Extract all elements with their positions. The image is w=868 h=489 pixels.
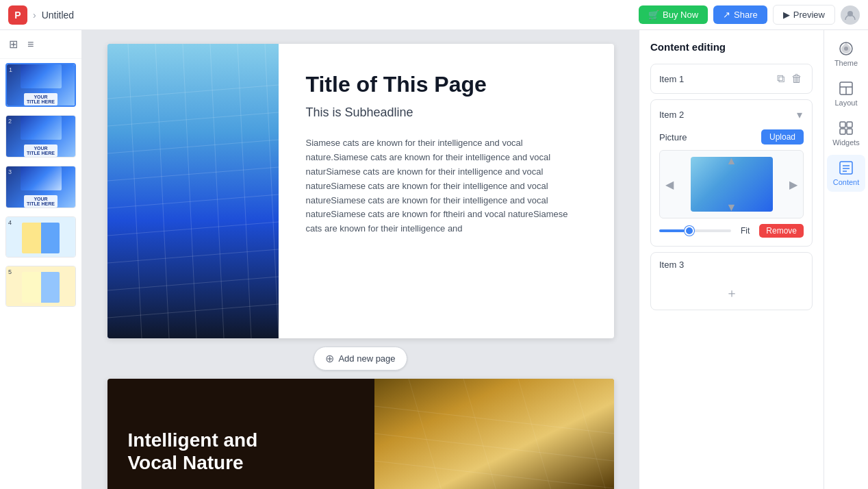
slide-thumb-2[interactable]: 2 YOURTITLE HERE <box>5 115 76 158</box>
image-pan-up-button[interactable]: ▲ <box>726 155 737 167</box>
slide-1-body: Siamese cats are known for their intelli… <box>306 136 587 236</box>
plus-icon: ⊕ <box>325 352 334 365</box>
slide-thumb-1[interactable]: 1 YOURTITLE HERE <box>5 63 76 107</box>
user-avatar[interactable] <box>841 5 860 25</box>
app-logo[interactable]: P <box>8 5 27 25</box>
tool-widgets[interactable]: Widgets <box>827 115 865 152</box>
picture-label: Picture <box>659 132 687 142</box>
list-view-button[interactable]: ≡ <box>25 36 36 53</box>
image-controls: Fit Remove <box>659 224 804 238</box>
building-illustration <box>107 44 279 338</box>
item-2-content: Picture Upload ▲ ◀ ▶ ▼ <box>651 129 812 246</box>
slide-thumb-4[interactable]: 4 <box>5 216 76 258</box>
widgets-label: Widgets <box>832 138 860 147</box>
panel-title: Content editing <box>650 41 813 53</box>
main-layout: ⊞ ≡ 1 YOURTITLE HERE 2 YOURTITLE HERE 3 <box>0 30 868 489</box>
content-item-3-label: Item 3 <box>659 260 684 270</box>
content-item-2-header[interactable]: Item 2 ▾ <box>651 100 812 129</box>
zoom-slider-track[interactable] <box>659 229 731 232</box>
slide-2-left: Intelligent and Vocal Nature <box>107 379 374 489</box>
theme-icon <box>839 41 854 56</box>
layout-label: Layout <box>834 99 857 107</box>
breadcrumb-separator: › <box>33 10 36 21</box>
thumb-title-box-1: YOURTITLE HERE <box>24 93 58 105</box>
svg-rect-30 <box>840 122 845 127</box>
slide-1-title: Title of This Page <box>306 71 587 97</box>
grid-view-button[interactable]: ⊞ <box>7 36 20 53</box>
svg-rect-1 <box>107 44 279 338</box>
document-title: Untitled <box>42 10 74 21</box>
slide-1: Title of This Page This is Subheadline S… <box>107 44 614 338</box>
buy-now-button[interactable]: 🛒 Buy Now <box>639 5 708 24</box>
delete-item-1-button[interactable]: 🗑 <box>790 71 804 86</box>
content-item-1-header[interactable]: Item 1 ⧉ 🗑 <box>651 64 812 93</box>
content-item-2: Item 2 ▾ Picture Upload ▲ ◀ ▶ <box>650 99 813 247</box>
item-1-actions: ⧉ 🗑 <box>776 71 804 86</box>
theme-label: Theme <box>834 59 858 67</box>
slide-1-content: Title of This Page This is Subheadline S… <box>279 44 614 338</box>
tools-panel: Theme Layout Widgets <box>824 30 868 489</box>
zoom-slider-thumb[interactable] <box>685 226 694 236</box>
slide-number-3: 3 <box>8 168 12 175</box>
content-item-3: Item 3 ＋ <box>650 252 813 310</box>
image-pan-left-button[interactable]: ◀ <box>665 178 674 191</box>
upload-button[interactable]: Upload <box>761 129 804 145</box>
slide-thumb-5[interactable]: 5 <box>5 266 76 307</box>
content-item-2-label: Item 2 <box>659 110 684 120</box>
slide-2: Intelligent and Vocal Nature <box>107 379 614 489</box>
content-item-1: Item 1 ⧉ 🗑 <box>650 64 813 94</box>
copy-item-1-button[interactable]: ⧉ <box>776 71 786 86</box>
svg-rect-32 <box>840 129 845 134</box>
tool-layout[interactable]: Layout <box>827 75 865 112</box>
content-label: Content <box>833 178 860 186</box>
content-icon <box>839 160 854 175</box>
add-new-page-button[interactable]: ⊕ Add new page <box>314 347 407 371</box>
svg-point-26 <box>844 47 848 51</box>
tool-theme[interactable]: Theme <box>827 36 865 73</box>
fit-button[interactable]: Fit <box>737 224 754 238</box>
item-2-actions: ▾ <box>795 107 804 123</box>
content-item-1-label: Item 1 <box>659 74 684 84</box>
remove-button[interactable]: Remove <box>759 224 804 238</box>
slide-2-title: Intelligent and Vocal Nature <box>128 429 354 475</box>
svg-rect-33 <box>847 129 852 134</box>
content-editing-panel: Content editing Item 1 ⧉ 🗑 Item 2 ▾ <box>639 30 824 489</box>
thumb-title-box-2: YOURTITLE HERE <box>24 145 58 157</box>
slide-2-image <box>374 379 614 489</box>
svg-rect-34 <box>840 162 852 174</box>
layout-icon <box>839 81 854 96</box>
image-editor: ▲ ◀ ▶ ▼ <box>659 150 804 218</box>
zoom-slider-fill <box>659 229 685 232</box>
svg-rect-31 <box>847 122 852 127</box>
plus-icon: ＋ <box>726 285 738 301</box>
buy-icon: 🛒 <box>648 10 659 20</box>
slide-thumb-3[interactable]: 3 YOURTITLE HERE <box>5 166 76 208</box>
topbar: P › Untitled 🛒 Buy Now ↗ Share ▶ Preview <box>0 0 868 30</box>
content-item-3-header[interactable]: Item 3 <box>651 253 812 277</box>
share-icon: ↗ <box>723 10 730 20</box>
thumb-title-box-3: YOURTITLE HERE <box>24 195 58 208</box>
chevron-down-icon[interactable]: ▾ <box>795 107 804 123</box>
image-pan-right-button[interactable]: ▶ <box>789 178 797 191</box>
picture-row: Picture Upload <box>659 129 804 145</box>
preview-button[interactable]: ▶ Preview <box>773 5 835 25</box>
slide-1-subheadline: This is Subheadline <box>306 105 587 120</box>
slide-1-image <box>107 44 279 338</box>
add-item-button[interactable]: ＋ <box>651 277 812 310</box>
slide-number-1: 1 <box>9 66 12 73</box>
slides-panel: ⊞ ≡ 1 YOURTITLE HERE 2 YOURTITLE HERE 3 <box>0 30 82 489</box>
share-button[interactable]: ↗ Share <box>713 5 767 24</box>
canvas-area: Title of This Page This is Subheadline S… <box>82 30 639 489</box>
image-pan-down-button[interactable]: ▼ <box>726 201 737 214</box>
preview-icon: ▶ <box>783 10 790 20</box>
sidebar-toolbar: ⊞ ≡ <box>0 30 81 59</box>
tool-content[interactable]: Content <box>827 155 865 192</box>
slide-number-2: 2 <box>8 118 12 125</box>
widgets-icon <box>839 121 854 136</box>
